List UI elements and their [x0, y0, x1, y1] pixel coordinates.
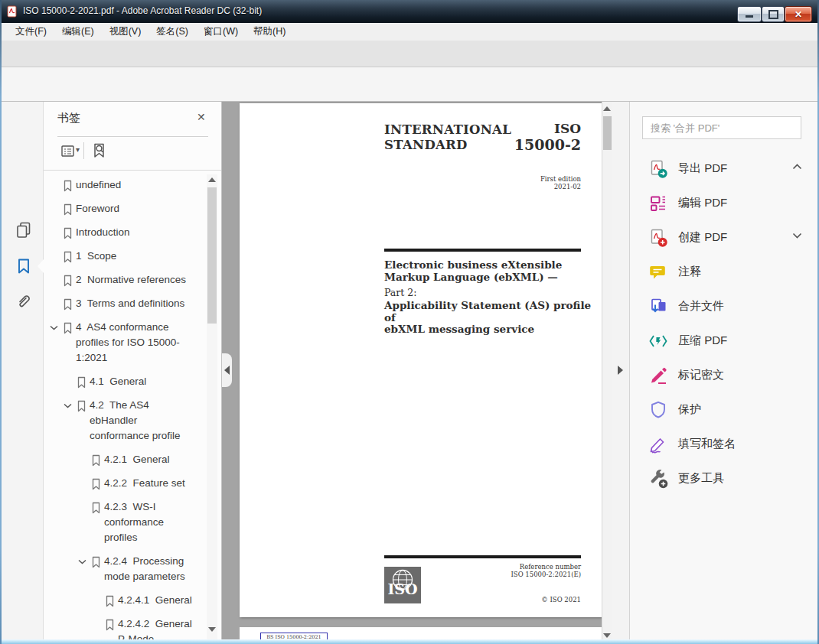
tool-combine-files[interactable]: 合并文件 [630, 289, 819, 324]
tool-comment[interactable]: 注释 [630, 255, 819, 289]
tool-more-tools[interactable]: 更多工具 [630, 461, 819, 496]
bookmark-options-caret-icon[interactable]: ▾ [76, 145, 80, 154]
bookmark-options-icon[interactable] [60, 144, 75, 158]
menu-bar: 文件(F) 编辑(E) 视图(V) 签名(S) 窗口(W) 帮助(H) [0, 23, 819, 41]
tool-edit-pdf[interactable]: 编辑 PDF [630, 186, 819, 220]
collapse-right-icon[interactable] [618, 366, 623, 375]
chevron-down-icon[interactable] [792, 233, 802, 239]
minimize-icon [746, 15, 753, 18]
iso-logo: ISO [384, 567, 421, 603]
bookmarks-scrollbar[interactable] [207, 174, 217, 639]
document-view[interactable]: INTERNATIONAL STANDARD ISO 15000-2 First… [222, 102, 612, 644]
bookmark-item[interactable]: 2 Normative references [44, 272, 207, 288]
bookmark-icon [63, 249, 76, 263]
scrollbar-thumb[interactable] [603, 116, 612, 150]
create-pdf-icon [648, 228, 668, 248]
bookmark-item[interactable]: 4.2 The AS4 ebHandler conformance profil… [44, 398, 207, 444]
scroll-up-icon[interactable] [603, 106, 611, 111]
bookmark-icon [63, 296, 76, 311]
tool-redact[interactable]: 标记密文 [630, 358, 819, 392]
tool-compress-pdf[interactable]: 压缩 PDF [630, 324, 819, 358]
bookmark-item[interactable]: 4.2.2 Feature set [44, 476, 207, 491]
bookmark-item[interactable]: 1 Scope [44, 249, 207, 264]
bookmark-item[interactable]: 4.2.3 WS-I conformance profiles [44, 499, 207, 545]
bookmark-item[interactable]: Introduction [44, 225, 207, 240]
edition-date: 2021-02 [540, 184, 581, 191]
tool-create-pdf[interactable]: 创建 PDF [630, 220, 819, 255]
pdf-page-1[interactable]: INTERNATIONAL STANDARD ISO 15000-2 First… [240, 103, 602, 617]
window-left-border [0, 0, 2, 644]
bookmark-icon [105, 616, 118, 631]
scroll-up-icon[interactable] [208, 177, 216, 182]
bookmarks-close-icon[interactable]: ✕ [197, 111, 206, 123]
collapse-left-panel-handle[interactable] [222, 353, 232, 387]
chevron-down-icon[interactable] [64, 398, 77, 408]
export-pdf-icon [648, 159, 668, 179]
bookmark-item[interactable]: 4.1 General [44, 374, 207, 389]
bookmark-icon [105, 593, 118, 607]
close-button[interactable]: ✕ [785, 6, 812, 22]
tool-label: 合并文件 [678, 299, 724, 314]
tools-search-input[interactable] [642, 116, 801, 139]
tool-protect[interactable]: 保护 [630, 392, 819, 427]
tool-label: 填写和签名 [678, 437, 736, 451]
page-thumbnails-icon[interactable] [15, 220, 33, 239]
document-scrollbar[interactable] [602, 102, 612, 644]
bookmark-item[interactable]: undefined [44, 177, 207, 193]
svg-text:ISO: ISO [387, 581, 417, 597]
tool-label: 编辑 PDF [678, 196, 727, 210]
int-standard-line1: INTERNATIONAL [384, 122, 511, 138]
more-tools-icon [648, 469, 668, 489]
redact-icon [648, 366, 668, 385]
fill-sign-icon [648, 434, 668, 454]
doc-subtitle-line1: Applicability Statement (AS) profile of [384, 300, 602, 324]
tab-bar: 主页 工具 ISO 15000-2-2021... ✕ ? 登录 [0, 41, 819, 67]
menu-sign[interactable]: 签名(S) [148, 23, 196, 41]
right-panel-edge [612, 102, 629, 644]
bookmark-item[interactable]: 4 AS4 conformance profiles for ISO 15000… [44, 320, 207, 366]
reference-number: ISO 15000-2:2021(E) [511, 571, 581, 579]
bookmark-item[interactable]: 4.2.1 General [44, 452, 207, 467]
attachments-icon[interactable] [15, 292, 33, 311]
menu-window[interactable]: 窗口(W) [196, 23, 246, 41]
expand-current-bookmark-icon[interactable] [91, 142, 108, 159]
chevron-down-icon[interactable] [78, 554, 91, 564]
restore-icon [768, 10, 778, 19]
bookmark-icon [63, 177, 76, 192]
bookmark-icon [91, 452, 104, 467]
bookmark-icon [91, 476, 104, 490]
tool-export-pdf[interactable]: 导出 PDF [630, 151, 819, 186]
bookmark-item[interactable]: 4.2.4.1 General [44, 593, 207, 608]
bookmarks-panel-title: 书签 [57, 111, 80, 125]
bookmarks-panel-icon[interactable] [15, 257, 33, 275]
window-title: ISO 15000-2-2021.pdf - Adobe Acrobat Rea… [23, 5, 262, 16]
compress-pdf-icon [648, 331, 668, 351]
minimize-button[interactable] [737, 6, 762, 22]
menu-view[interactable]: 视图(V) [102, 23, 149, 41]
menu-file[interactable]: 文件(F) [8, 23, 54, 41]
bookmark-icon [77, 398, 90, 412]
bookmark-item[interactable]: Foreword [44, 201, 207, 216]
bookmark-item[interactable]: 4.2.4.2 General P-Mode [44, 616, 207, 639]
title-rule [384, 249, 581, 252]
menu-help[interactable]: 帮助(H) [246, 23, 293, 41]
scroll-down-icon[interactable] [208, 627, 216, 632]
collapse-left-icon [224, 366, 230, 375]
bookmark-item[interactable]: 3 Terms and definitions [44, 296, 207, 311]
restore-button[interactable] [762, 6, 785, 22]
window-bottom-border [0, 639, 819, 644]
bookmark-list: undefined Foreword Introduction 1 Scope … [44, 177, 207, 639]
chevron-up-icon[interactable] [792, 164, 802, 170]
scroll-down-icon[interactable] [603, 633, 611, 638]
doc-title-line1: Electronic business eXtensible [384, 259, 562, 272]
chevron-down-icon[interactable] [50, 320, 63, 330]
bookmarks-panel: 书签 ✕ ▾ undefined Foreword Introduction 1… [44, 102, 222, 644]
tool-label: 标记密文 [678, 368, 724, 382]
close-icon: ✕ [795, 10, 802, 19]
scrollbar-thumb[interactable] [207, 187, 217, 324]
menu-edit[interactable]: 编辑(E) [54, 23, 102, 41]
navigation-rail [0, 102, 44, 644]
bookmark-item[interactable]: 4.2.4 Processing mode parameters [44, 554, 207, 584]
bookmark-icon [63, 320, 76, 334]
tool-fill-sign[interactable]: 填写和签名 [630, 427, 819, 461]
